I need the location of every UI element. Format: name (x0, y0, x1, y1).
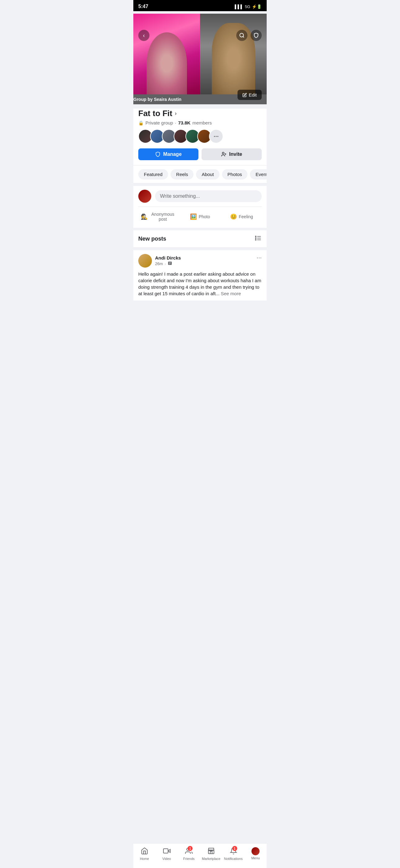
post-card: Andi Dircks 26m · ··· Hello again! I mad… (133, 250, 267, 301)
svg-point-0 (240, 33, 243, 37)
post-more-button[interactable]: ··· (257, 254, 262, 261)
post-user-avatar[interactable] (138, 254, 152, 268)
group-privacy: Private group (145, 120, 173, 125)
post-meta: 26m · (155, 261, 181, 266)
edit-button[interactable]: Edit (237, 90, 262, 100)
post-user-details: Andi Dircks 26m · (155, 255, 181, 266)
post-header: Andi Dircks 26m · ··· (138, 254, 262, 268)
post-time: 26m (155, 261, 163, 266)
photo-icon: 🖼️ (190, 213, 197, 220)
current-user-avatar (138, 190, 151, 203)
shield-icon[interactable] (251, 30, 262, 41)
tab-photos[interactable]: Photos (222, 169, 248, 180)
action-buttons: Manage Invite (138, 148, 262, 160)
post-actions-row: 🕵️ Anonymous post 🖼️ Photo 😊 Feeling (138, 207, 262, 224)
cover-photo (133, 14, 267, 94)
photo-button[interactable]: 🖼️ Photo (180, 209, 220, 224)
svg-point-10 (255, 239, 256, 240)
cover-action-icons (236, 30, 262, 41)
post-group-icon (168, 261, 172, 266)
member-avatars: ··· (138, 129, 262, 144)
post-user-info: Andi Dircks 26m · (138, 254, 181, 268)
post-text: Hello again! I made a post earlier askin… (138, 271, 262, 297)
new-posts-title: New posts (138, 236, 166, 242)
tab-bar: Featured Reels About Photos Events (133, 165, 267, 183)
anonymous-icon: 🕵️ (141, 213, 147, 220)
lock-icon: 🔒 (138, 120, 143, 125)
back-button[interactable]: ‹ (138, 30, 149, 41)
group-name-chevron: › (175, 110, 177, 117)
post-user-name[interactable]: Andi Dircks (155, 255, 181, 260)
member-avatar-more[interactable]: ··· (209, 129, 223, 144)
group-name[interactable]: Fat to Fit › (138, 108, 262, 118)
tab-events[interactable]: Events (250, 169, 267, 180)
anonymous-post-button[interactable]: 🕵️ Anonymous post (138, 209, 178, 224)
bottom-spacer (133, 301, 267, 326)
group-info-section: Fat to Fit › 🔒 Private group · 73.8K mem… (133, 108, 267, 165)
tab-reels[interactable]: Reels (171, 169, 194, 180)
network-type: 5G (245, 4, 250, 9)
members-label: members (192, 120, 212, 125)
new-posts-header: New posts (133, 230, 267, 248)
tab-about[interactable]: About (196, 169, 219, 180)
search-icon[interactable] (236, 30, 247, 41)
cover-photo-left (133, 14, 200, 94)
group-owner-name: Seaira Austin (154, 97, 181, 102)
svg-line-1 (243, 36, 244, 37)
status-icons: ▌▌▌ 5G ⚡🔋 (235, 4, 262, 9)
group-meta: 🔒 Private group · 73.8K members (138, 120, 262, 125)
cover-photo-right (200, 14, 267, 94)
svg-point-9 (255, 238, 256, 239)
feeling-button[interactable]: 😊 Feeling (222, 209, 262, 224)
tab-featured[interactable]: Featured (138, 169, 168, 180)
post-box: Write something... 🕵️ Anonymous post 🖼️ … (133, 186, 267, 228)
post-input[interactable]: Write something... (155, 190, 262, 202)
svg-point-2 (222, 152, 224, 154)
members-count: 73.8K (178, 120, 190, 125)
svg-point-8 (255, 236, 256, 237)
see-more-link[interactable]: See more (221, 291, 241, 296)
invite-button[interactable]: Invite (202, 148, 262, 160)
battery-icon: ⚡🔋 (252, 4, 262, 9)
filter-icon[interactable] (255, 235, 262, 243)
signal-icon: ▌▌▌ (235, 4, 243, 9)
status-bar: 5:47 ▌▌▌ 5G ⚡🔋 (133, 0, 267, 11)
feeling-icon: 😊 (230, 213, 237, 220)
manage-button[interactable]: Manage (138, 148, 198, 160)
status-time: 5:47 (138, 4, 148, 9)
post-input-row: Write something... (138, 190, 262, 203)
